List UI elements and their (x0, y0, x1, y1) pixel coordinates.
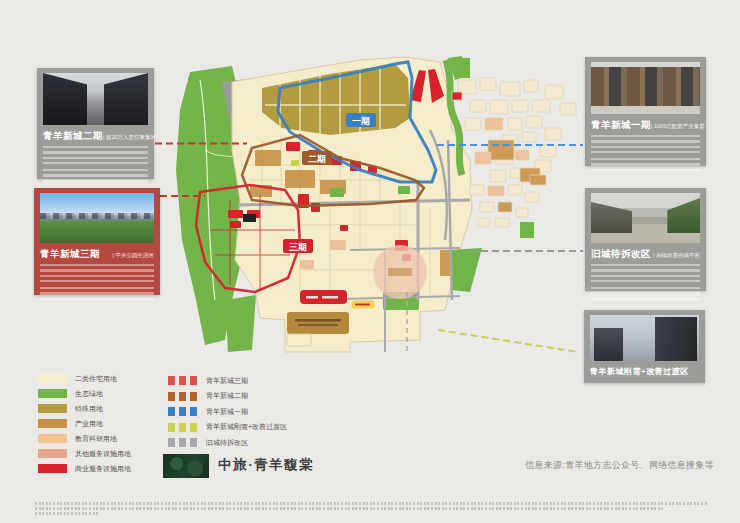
leader-transition-dashed (438, 330, 578, 352)
card-phase2: 青羊新城二期 | 超20万人居住聚集区 (37, 68, 154, 179)
legend-label: 旧城待拆改区 (206, 438, 248, 448)
svg-text:三期: 三期 (289, 242, 307, 252)
legend-item: 产业用地 (38, 419, 131, 428)
legend-item: 青羊新城二期 (168, 392, 287, 401)
legend-label: 青羊新城二期 (206, 391, 248, 401)
legend-label: 产业用地 (75, 419, 103, 429)
phase1-title: 青羊新城一期 (591, 119, 651, 132)
legend-item: 教育科研用地 (38, 434, 131, 443)
phase2-title-row: 青羊新城二期 | 超20万人居住聚集区 (43, 130, 148, 143)
phase2-label: 二期 (302, 151, 332, 165)
legend-item: 其他服务设施用地 (38, 449, 131, 458)
map-yellowgreen-parcel (291, 160, 299, 166)
phase2-body-paragraph (43, 169, 148, 184)
transition-title: 青羊新城刚需+改善过渡区 (590, 366, 689, 377)
map-tod-circle (373, 245, 427, 299)
legend-item: 青羊新城一期 (168, 407, 287, 416)
legend-label: 二类住宅用地 (75, 374, 117, 384)
phase3-title-row: 青羊新城三期 | 中央公园生活区 (40, 248, 154, 261)
phase3-photo (40, 193, 154, 243)
transition-title-row: 青羊新城刚需+改善过渡区 (590, 366, 699, 377)
legend-dash-swatch (168, 407, 198, 416)
brand-name: 中旅·青羊馥棠 (218, 456, 314, 474)
oldtown-photo (591, 193, 700, 243)
legend-item: 青羊新城三期 (168, 376, 287, 385)
fine-print-line (35, 502, 707, 505)
card-oldtown: 旧城待拆改区 | 后续改善的城中村 (585, 188, 706, 291)
legend-item: 旧城待拆改区 (168, 438, 287, 447)
legend-item: 商业服务设施用地 (38, 464, 131, 473)
legend-item: 二类住宅用地 (38, 374, 131, 383)
oldtown-title: 旧城待拆改区 (591, 248, 651, 261)
map-black-parcel (243, 214, 256, 222)
phase1-body-paragraph (591, 135, 700, 155)
fine-print-line (35, 512, 99, 515)
oldtown-subtitle: | 后续改善的城中村 (653, 252, 700, 259)
legend-label: 其他服务设施用地 (75, 449, 131, 459)
legend-item: 特殊用地 (38, 404, 131, 413)
phase2-body-paragraph (43, 146, 148, 166)
phase1-body-paragraph (591, 158, 700, 173)
card-phase3: 青羊新城三期 | 中央公园生活区 (34, 188, 160, 295)
legend-swatch (38, 419, 67, 428)
legend-land-use: 二类住宅用地 生态绿地 特殊用地 产业用地 教育科研用地 其他服务设施用地 商业… (38, 374, 131, 473)
legend-dash-swatch (168, 376, 198, 385)
legend-item: 生态绿地 (38, 389, 131, 398)
phase2-photo (43, 73, 148, 125)
legend-label: 生态绿地 (75, 389, 103, 399)
phase3-subtitle: | 中央公园生活区 (113, 252, 154, 259)
legend-swatch (38, 389, 67, 398)
legend-label: 特殊用地 (75, 404, 103, 414)
phase3-body-paragraph (40, 264, 154, 284)
oldtown-body-paragraph (591, 287, 700, 302)
fine-print-line (35, 507, 663, 510)
source-note: 信息来源:青羊地方志公众号、网络信息搜集等 (525, 459, 714, 472)
legend-item: 青羊新城刚需+改善过渡区 (168, 423, 287, 432)
legend-swatch (38, 404, 67, 413)
legend-dash-swatch (168, 423, 198, 432)
phase2-subtitle: | 超20万人居住聚集区 (103, 134, 156, 141)
oldtown-body-paragraph (591, 264, 700, 284)
legend-label: 青羊新城三期 (206, 376, 248, 386)
phase3-body-paragraph (40, 287, 154, 302)
phase2-title: 青羊新城二期 (43, 130, 103, 143)
poster: 一期 二期 三期 青羊新城二期 | 超20万人居住聚集区 (0, 0, 740, 523)
legend-dash-swatch (168, 438, 198, 447)
phase1-title-row: 青羊新城一期 | 1000亿配套产业集群 (591, 119, 700, 132)
legend-dash-swatch (168, 392, 198, 401)
legend-label: 教育科研用地 (75, 434, 117, 444)
card-transition: 青羊新城刚需+改善过渡区 (584, 310, 705, 383)
legend-swatch (38, 464, 67, 473)
legend-swatch (38, 449, 67, 458)
legend-label: 商业服务设施用地 (75, 464, 131, 474)
legend-boundaries: 青羊新城三期 青羊新城二期 青羊新城一期 青羊新城刚需+改善过渡区 旧城待拆改区 (168, 376, 287, 447)
svg-text:二期: 二期 (308, 154, 326, 164)
svg-text:一期: 一期 (352, 116, 370, 126)
oldtown-title-row: 旧城待拆改区 | 后续改善的城中村 (591, 248, 700, 261)
legend-swatch (38, 374, 67, 383)
card-phase1: 青羊新城一期 | 1000亿配套产业集群 (585, 57, 706, 166)
legend-label: 青羊新城刚需+改善过渡区 (206, 422, 287, 432)
transition-photo (590, 315, 699, 361)
legend-swatch (38, 434, 67, 443)
phase1-label: 一期 (346, 113, 376, 127)
phase1-subtitle: | 1000亿配套产业集群 (651, 123, 705, 130)
brand-logo-image (163, 454, 209, 478)
phase3-label: 三期 (283, 239, 313, 253)
legend-label: 青羊新城一期 (206, 407, 248, 417)
phase3-title: 青羊新城三期 (40, 248, 100, 261)
phase1-photo (591, 62, 700, 114)
